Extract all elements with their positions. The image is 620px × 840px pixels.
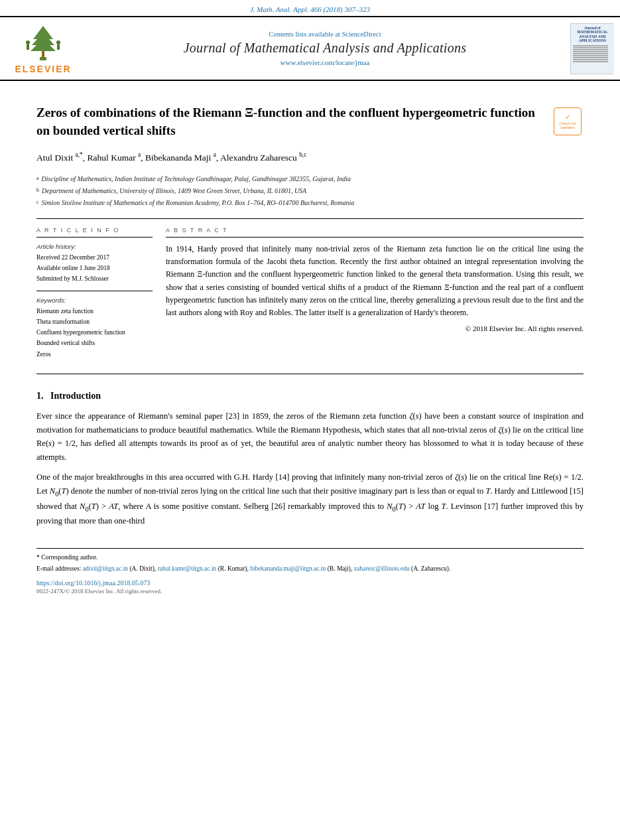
paper-title: Zeros of combinations of the Riemann Ξ-f… [36,104,544,139]
keyword-4: Bounded vertical shifts [36,338,153,348]
doi-link[interactable]: https://doi.org/10.1016/j.jmaa.2018.05.0… [36,579,584,587]
elsevier-logo: ELSEVIER [7,23,80,74]
email-zaharescu: zaharesc@illinois.edu [354,565,410,572]
elsevier-tree-icon [20,23,66,62]
affiliation-c: c Simion Stoilow Institute of Mathematic… [36,198,584,208]
authors-line: Atul Dixit a,*, Rahul Kumar a, Bibekanan… [36,149,584,166]
journal-ref-text: J. Math. Anal. Appl. 466 (2018) 307–323 [250,5,370,13]
keyword-5: Zeros [36,350,153,359]
abstract-divider [166,237,584,238]
journal-center: Contents lists available at ScienceDirec… [86,31,564,66]
journal-header: ELSEVIER Contents lists available at Sci… [0,16,620,81]
svg-rect-8 [57,44,60,50]
sciencedirect-link: Contents lists available at ScienceDirec… [86,31,564,38]
footer-area: * Corresponding author. E-mail addresses… [36,548,584,595]
affiliation-a: a Discipline of Mathematics, Indian Inst… [36,174,584,184]
keyword-1: Riemann zeta function [36,307,153,316]
journal-url: www.elsevier.com/locate/jmaa [86,58,564,66]
checkmark-icon: ✓ [565,113,570,121]
email-kumar: rahul.kumr@iitgn.ac.in [158,565,217,572]
svg-point-5 [26,40,30,44]
intro-paragraph-1: Ever since the appearance of Riemann's s… [36,409,584,464]
copyright-notice: © 2018 Elsevier Inc. All rights reserved… [166,324,584,332]
journal-thumbnail: Journal ofMATHEMATICALANALYSIS ANDAPPLIC… [570,23,613,74]
article-body: A R T I C L E I N F O Article history: R… [36,227,584,360]
intro-paragraph-2: One of the major breakthroughs in this a… [36,470,584,528]
abstract-section: A B S T R A C T In 1914, Hardy proved th… [166,227,584,360]
header-divider [36,218,584,219]
email-maji: bibekananda.maji@iitgn.ac.in [250,565,326,572]
abstract-title: A B S T R A C T [166,227,584,234]
affiliation-b: b Department of Mathematics, University … [36,186,584,196]
keywords-divider [36,291,153,291]
received-date: Received 22 December 2017 [36,253,153,262]
keyword-3: Confluent hypergeometric function [36,328,153,337]
history-label: Article history: [36,243,153,250]
info-divider [36,237,153,238]
abstract-text: In 1914, Hardy proved that infinitely ma… [166,243,584,319]
elsevier-name: ELSEVIER [15,64,71,74]
article-info: A R T I C L E I N F O Article history: R… [36,227,153,360]
footer-emails: E-mail addresses: adixit@iitgn.ac.in (A.… [36,564,584,573]
svg-rect-6 [27,44,29,50]
corresponding-note: * Corresponding author. [36,553,584,562]
main-content: Zeros of combinations of the Riemann Ξ-f… [0,81,620,608]
submitted-by: Submitted by M.J. Schlosser [36,274,153,283]
check-badge: ✓ Check for updates [554,107,584,135]
journal-reference: J. Math. Anal. Appl. 466 (2018) 307–323 [0,0,620,16]
keywords-label: Keywords: [36,297,153,304]
introduction-heading: 1. Introduction [36,391,584,401]
issn-line: 0022-247X/© 2018 Elsevier Inc. All right… [36,588,584,595]
email-dixit: adixit@iitgn.ac.in [83,565,128,572]
available-date: Available online 1 June 2018 [36,263,153,273]
article-info-title: A R T I C L E I N F O [36,227,153,234]
paper-title-section: Zeros of combinations of the Riemann Ξ-f… [36,104,584,139]
section-divider [36,374,584,374]
keyword-2: Theta transformation [36,317,153,326]
page: J. Math. Anal. Appl. 466 (2018) 307–323 [0,0,620,840]
affiliations: a Discipline of Mathematics, Indian Inst… [36,174,584,208]
journal-title: Journal of Mathematical Analysis and App… [86,40,564,56]
svg-point-7 [56,40,60,44]
